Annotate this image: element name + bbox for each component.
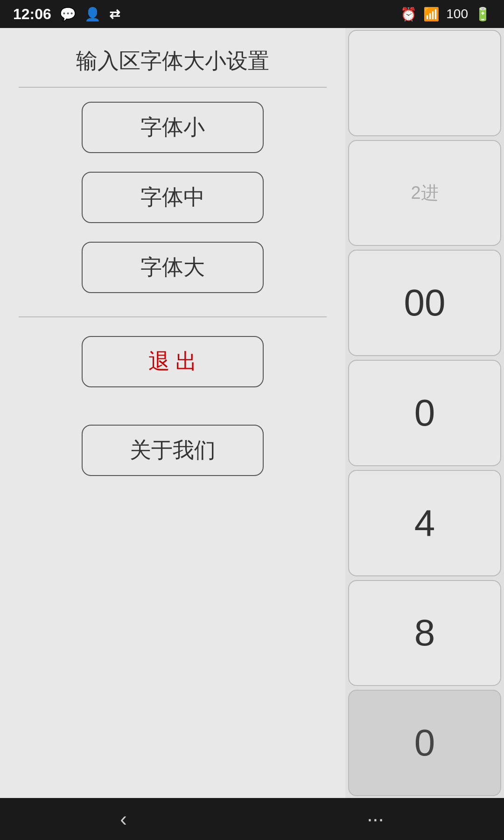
font-medium-button[interactable]: 字体中 <box>82 172 264 223</box>
right-cell-3: 0 <box>348 360 501 466</box>
about-button[interactable]: 关于我们 <box>82 425 264 476</box>
right-cell-2: 00 <box>348 250 501 356</box>
status-right: ⏰ 📶 100 🔋 <box>400 7 491 22</box>
right-cell-1: 2进 <box>348 140 501 246</box>
battery-icon: 🔋 <box>475 7 491 22</box>
message-icon: 💬 <box>60 7 76 22</box>
right-cell-4: 4 <box>348 470 501 576</box>
signal-icon: 📶 <box>423 7 440 22</box>
user-icon: 👤 <box>84 7 101 22</box>
right-cell-6: 0 <box>348 690 501 796</box>
battery-level: 100 <box>446 7 468 21</box>
nav-bar: ‹ ··· <box>0 798 504 840</box>
usb-icon: ⇄ <box>109 7 120 22</box>
font-small-button[interactable]: 字体小 <box>82 102 264 153</box>
main-row: 输入区字体大小设置 字体小 字体中 字体大 退 出 关于我们 2进 00 0 4… <box>0 28 504 798</box>
status-left: 12:06 💬 👤 ⇄ <box>13 6 120 23</box>
back-button[interactable]: ‹ <box>120 807 127 831</box>
exit-button[interactable]: 退 出 <box>82 336 264 387</box>
right-cell-0 <box>348 30 501 136</box>
right-cell-5: 8 <box>348 580 501 686</box>
status-time: 12:06 <box>13 6 51 23</box>
status-bar: 12:06 💬 👤 ⇄ ⏰ 📶 100 🔋 <box>0 0 504 28</box>
top-divider <box>19 87 327 88</box>
font-large-button[interactable]: 字体大 <box>82 242 264 293</box>
left-panel: 输入区字体大小设置 字体小 字体中 字体大 退 出 关于我们 <box>0 28 345 798</box>
bottom-divider <box>19 316 327 317</box>
panel-title: 输入区字体大小设置 <box>76 28 269 87</box>
right-panel: 2进 00 0 4 8 0 <box>345 28 504 798</box>
alarm-icon: ⏰ <box>400 7 417 22</box>
more-button[interactable]: ··· <box>367 807 384 831</box>
